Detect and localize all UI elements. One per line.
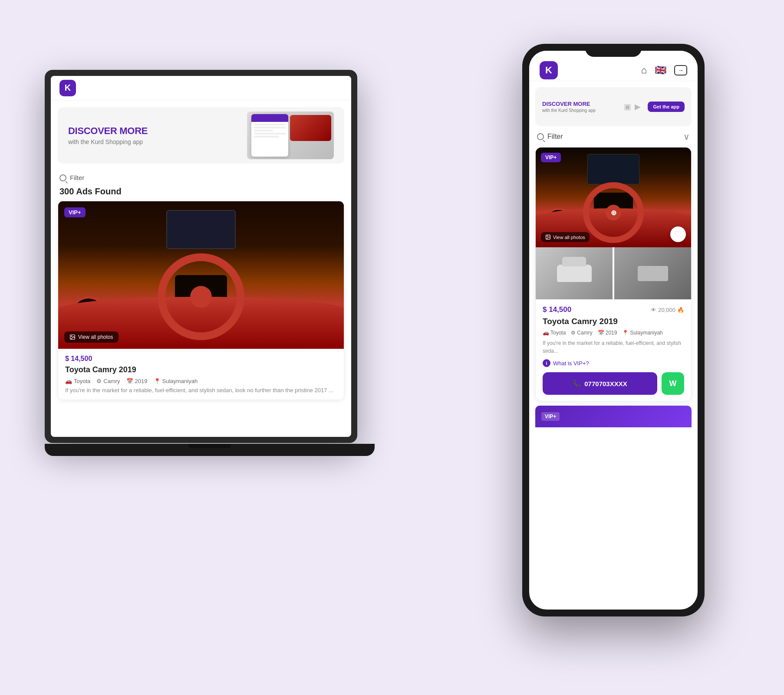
phone-logo: K	[540, 61, 558, 79]
get-app-button[interactable]: Get the app	[648, 102, 685, 112]
mock-line	[254, 127, 286, 128]
second-vip-badge: VIP+	[541, 412, 560, 421]
phone-car-price: $ 14,500	[543, 305, 571, 314]
mock-line	[254, 136, 279, 138]
laptop-base	[45, 444, 375, 456]
vip-badge: VIP+	[64, 207, 86, 217]
steering-wheel: ⊕	[158, 253, 244, 340]
phone-car-views: 👁 20,000 🔥	[651, 307, 684, 313]
svg-point-3	[547, 236, 548, 237]
phone-banner-title: DISCOVER MORE	[542, 101, 624, 107]
mock-line	[254, 124, 286, 125]
flag-icon[interactable]: 🇬🇧	[655, 65, 666, 76]
phone-number: 0770703XXXX	[584, 380, 627, 387]
phone-call-button[interactable]: 📞 0770703XXXX	[543, 372, 657, 395]
phone-view-photos-button[interactable]: View all photos	[541, 232, 590, 242]
mock-phone-screen	[251, 114, 288, 157]
mock-lines	[251, 122, 288, 141]
phone-car-location: 📍 Sulaymaniyah	[622, 330, 662, 336]
laptop-logo: K	[59, 80, 76, 96]
phone-search-icon	[537, 133, 544, 140]
gear-icon: ⚙	[96, 378, 102, 384]
laptop-header: K	[51, 76, 351, 100]
phone-notch	[585, 44, 642, 57]
login-icon[interactable]: →	[674, 65, 687, 75]
phone-thumbnail-row	[536, 247, 691, 299]
search-icon	[59, 174, 66, 181]
phone-image-icon	[545, 234, 551, 240]
phone-vip-badge: VIP+	[541, 153, 561, 162]
phone-car-main-image: ⊕ VIP+ View all photos	[536, 148, 691, 247]
phone-car-details: $ 14,500 👁 20,000 🔥 Toyota Camry 2019 🚗	[536, 299, 691, 401]
svg-point-1	[71, 336, 72, 337]
phone-screen: K ⌂ 🇬🇧 → DISCOVER MORE with the Kurd Sho…	[529, 51, 698, 610]
toyota-logo: ⊕	[190, 290, 212, 303]
phone-car-icon: 🚗	[543, 330, 549, 336]
phone-filter-label: Filter	[547, 133, 563, 141]
info-icon: i	[543, 359, 550, 367]
infotainment-screen	[166, 210, 236, 249]
whatsapp-button[interactable]: W	[662, 372, 684, 395]
mock-header	[251, 114, 288, 122]
mock-car-image	[290, 115, 331, 141]
car-year: 📅 2019	[126, 378, 148, 384]
phone-view-photos-label: View all photos	[553, 235, 585, 240]
phone-call-row: 📞 0770703XXXX W	[543, 372, 684, 395]
car-price: $ 14,500	[65, 355, 337, 363]
phone-gear-icon: ⚙	[571, 330, 576, 336]
car-icon: 🚗	[65, 378, 72, 384]
car-title: Toyota Camry 2019	[65, 365, 337, 374]
phone-car-card[interactable]: ⊕ VIP+ View all photos	[535, 147, 692, 401]
laptop-banner-sub: with the Kurd Shopping app	[68, 138, 247, 145]
phone-banner: DISCOVER MORE with the Kurd Shopping app…	[535, 87, 692, 126]
phone-calendar-icon: 📅	[598, 330, 604, 336]
car-location: 📍 Sulaymaniyah	[154, 378, 198, 384]
laptop-banner-image	[247, 111, 334, 159]
chevron-down-icon: ∨	[683, 131, 690, 142]
car-model: ⚙ Camry	[96, 378, 120, 384]
laptop-notch	[188, 444, 231, 448]
phone-toyota-badge: ⊕	[606, 205, 621, 220]
phone-infotainment	[587, 154, 639, 184]
phone-heart-button[interactable]: ♡	[670, 226, 686, 242]
laptop-filter-bar[interactable]: Filter	[51, 170, 351, 185]
laptop-car-card[interactable]: ⊕ VIP+ View all photos	[58, 201, 344, 400]
image-icon	[69, 334, 76, 340]
phone-banner-text: DISCOVER MORE with the Kurd Shopping app	[542, 101, 624, 113]
vip-info-label: What is VIP+?	[553, 360, 589, 367]
laptop-car-info: $ 14,500 Toyota Camry 2019 🚗 Toyota ⚙ Ca…	[58, 349, 344, 400]
ads-found-count: 300 Ads Found	[51, 185, 351, 201]
phone-thumb-rear-car	[614, 247, 691, 299]
windows-icon: ▣	[624, 102, 631, 111]
laptop-device: K DISCOVER MORE with the Kurd Shopping a…	[45, 70, 375, 469]
phone-pin-icon: 📍	[622, 330, 629, 336]
fire-icon: 🔥	[677, 307, 684, 313]
car-rear-silhouette	[638, 266, 668, 281]
phone-car-model: ⚙ Camry	[571, 330, 592, 336]
eye-icon: 👁	[651, 307, 656, 313]
phone-price-row: $ 14,500 👁 20,000 🔥	[543, 305, 684, 314]
car-meta: 🚗 Toyota ⚙ Camry 📅 2019	[65, 378, 337, 384]
phone-car-year: 📅 2019	[598, 330, 617, 336]
phone-device: K ⌂ 🇬🇧 → DISCOVER MORE with the Kurd Sho…	[522, 44, 713, 629]
phone-second-vip-card[interactable]: VIP+	[535, 406, 692, 427]
phone-filter-bar[interactable]: Filter ∨	[529, 126, 698, 147]
calendar-icon: 📅	[126, 378, 133, 384]
mock-line	[254, 130, 273, 131]
phone-car-title: Toyota Camry 2019	[543, 317, 684, 326]
car-brand: 🚗 Toyota	[65, 378, 90, 384]
phone-nav-icons: ⌂ 🇬🇧 →	[641, 65, 687, 76]
filter-label: Filter	[70, 174, 84, 181]
phone-vip-info[interactable]: i What is VIP+?	[543, 359, 684, 367]
whatsapp-icon: W	[669, 379, 677, 388]
phone-steering-wheel: ⊕	[583, 182, 644, 243]
phone-car-description: If you're in the market for a reliable, …	[543, 339, 684, 355]
view-photos-label: View all photos	[78, 334, 113, 340]
laptop-banner-text: DISCOVER MORE with the Kurd Shopping app	[68, 125, 247, 145]
heart-icon: ♡	[675, 229, 682, 239]
car-description: If you're in the market for a reliable, …	[65, 387, 337, 393]
phone-banner-right: ▣ ▶ Get the app	[624, 102, 685, 112]
filter-left: Filter	[537, 133, 563, 141]
home-icon[interactable]: ⌂	[641, 65, 647, 76]
view-photos-button[interactable]: View all photos	[64, 331, 119, 343]
